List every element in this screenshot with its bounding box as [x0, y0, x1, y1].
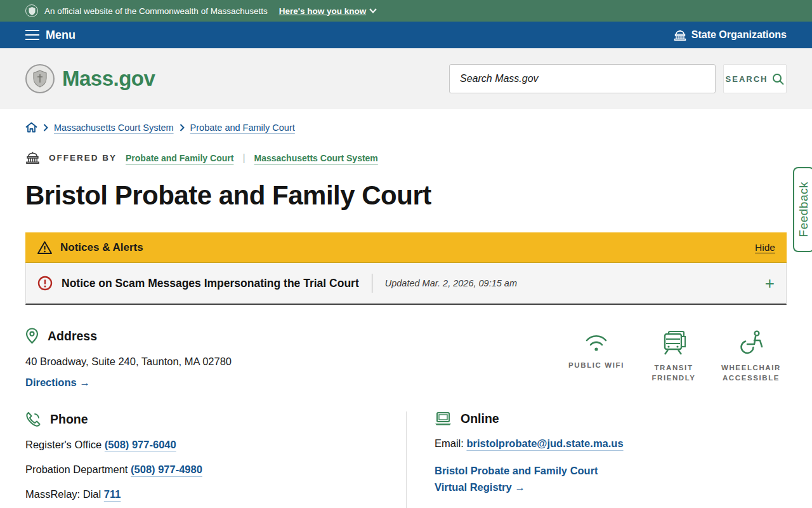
address-block: Address 40 Broadway, Suite 240, Taunton,…	[25, 328, 232, 389]
amenity-public-wifi: PUBLIC WIFI	[561, 330, 632, 389]
phone-row-label: MassRelay: Dial	[25, 488, 101, 500]
feedback-tab[interactable]: Feedback	[793, 167, 812, 252]
search-button[interactable]: SEARCH	[723, 64, 787, 93]
alert-circle-icon	[37, 276, 53, 291]
laptop-icon	[435, 411, 452, 426]
alert-notice-updated: Updated Mar. 2, 2026, 09:15 am	[385, 278, 517, 288]
breadcrumb-home-link[interactable]	[25, 122, 37, 133]
alerts-header: Notices & Alerts Hide	[25, 232, 787, 263]
amenity-label: WHEELCHAIR ACCESSIBLE	[716, 363, 787, 383]
breadcrumb-link-court-system[interactable]: Massachusetts Court System	[54, 123, 174, 133]
menu-button[interactable]: Menu	[25, 29, 75, 42]
phone-link-massrelay[interactable]: 711	[104, 488, 121, 500]
wifi-icon	[582, 330, 611, 353]
massgov-logo-text: Mass.gov	[62, 67, 155, 91]
amenities: PUBLIC WIFI TRANSIT FRIENDLY WHEELCHAIR …	[561, 328, 787, 389]
email-row: Email: bristolprobate@jud.state.ma.us	[435, 438, 787, 450]
page-title: Bristol Probate and Family Court	[25, 180, 787, 211]
phone-icon	[25, 411, 41, 427]
search-input[interactable]	[449, 64, 716, 93]
state-seal-icon	[25, 4, 38, 17]
amenity-label: PUBLIC WIFI	[568, 361, 624, 371]
amenity-transit-friendly: TRANSIT FRIENDLY	[638, 330, 709, 389]
virtual-registry-line1: Bristol Probate and Family Court	[435, 462, 787, 479]
online-heading: Online	[461, 411, 499, 426]
hamburger-icon	[25, 30, 39, 40]
phone-row-label: Register's Office	[25, 439, 102, 450]
address-text: 40 Broadway, Suite 240, Taunton, MA 0278…	[25, 356, 232, 368]
state-organizations-label: State Organizations	[691, 29, 787, 41]
phone-row-label: Probation Department	[25, 464, 128, 475]
transit-icon	[660, 330, 688, 356]
phone-row: Register's Office (508) 977-6040	[25, 439, 406, 451]
phone-row: Probation Department (508) 977-4980	[25, 464, 406, 476]
virtual-registry-line2: Virtual Registry →	[435, 479, 787, 495]
phone-row: MassRelay: Dial 711	[25, 488, 406, 500]
site-header: Mass.gov SEARCH	[0, 48, 812, 109]
directions-link[interactable]: Directions →	[25, 377, 90, 388]
offered-by-label: OFFERED BY	[49, 153, 117, 163]
breadcrumb: Massachusetts Court System Probate and F…	[25, 109, 787, 133]
alert-notice-row: Notice on Scam Messages Impersonating th…	[25, 263, 787, 305]
menu-label: Menu	[46, 29, 75, 42]
map-pin-icon	[25, 328, 39, 344]
alert-expand-button[interactable]: +	[765, 275, 775, 291]
online-block: Online Email: bristolprobate@jud.state.m…	[406, 411, 787, 508]
official-banner-text: An official website of the Commonwealth …	[44, 6, 268, 16]
virtual-registry-link[interactable]: Bristol Probate and Family Court Virtual…	[435, 462, 787, 496]
massgov-seal-icon	[25, 64, 55, 93]
divider	[372, 274, 372, 293]
divider: |	[242, 152, 245, 164]
alerts-hide-link[interactable]: Hide	[755, 242, 775, 253]
offered-by-link-court-system[interactable]: Massachusetts Court System	[254, 153, 378, 163]
location-section: Address 40 Broadway, Suite 240, Taunton,…	[25, 328, 787, 389]
heres-how-you-know-label: Here's how you know	[279, 6, 367, 16]
phone-block: Phone Register's Office (508) 977-6040 P…	[25, 411, 406, 508]
address-heading: Address	[48, 329, 97, 344]
capitol-icon	[674, 30, 686, 41]
wheelchair-icon	[738, 330, 764, 356]
chevron-right-icon	[180, 124, 185, 131]
amenity-label: TRANSIT FRIENDLY	[638, 363, 709, 383]
phone-link-registers-office[interactable]: (508) 977-6040	[105, 439, 176, 450]
alerts-title: Notices & Alerts	[60, 241, 143, 254]
phone-link-probation-department[interactable]: (508) 977-4980	[131, 464, 202, 475]
chevron-right-icon	[43, 124, 48, 131]
page-content: Massachusetts Court System Probate and F…	[25, 109, 787, 508]
main-menubar: Menu State Organizations	[0, 22, 812, 48]
search-button-label: SEARCH	[726, 74, 768, 84]
alert-notice-title: Notice on Scam Messages Impersonating th…	[62, 277, 359, 290]
email-link[interactable]: bristolprobate@jud.state.ma.us	[466, 438, 623, 449]
massgov-logo[interactable]: Mass.gov	[25, 64, 155, 93]
offered-by-link-probate-family[interactable]: Probate and Family Court	[126, 153, 233, 163]
amenity-wheelchair-accessible: WHEELCHAIR ACCESSIBLE	[716, 330, 787, 389]
feedback-label: Feedback	[797, 182, 811, 237]
contact-section: Phone Register's Office (508) 977-6040 P…	[25, 411, 787, 508]
state-organizations-button[interactable]: State Organizations	[674, 29, 787, 41]
heres-how-you-know-button[interactable]: Here's how you know	[279, 6, 377, 16]
official-banner: An official website of the Commonwealth …	[0, 0, 812, 22]
email-label: Email:	[435, 438, 464, 449]
capitol-icon	[25, 152, 40, 164]
site-search: SEARCH	[449, 64, 787, 93]
alerts-panel: Notices & Alerts Hide Notice on Scam Mes…	[25, 232, 787, 305]
search-icon	[772, 73, 784, 85]
breadcrumb-link-probate-family[interactable]: Probate and Family Court	[190, 123, 295, 133]
offered-by: OFFERED BY Probate and Family Court | Ma…	[25, 152, 787, 164]
chevron-down-icon	[369, 8, 377, 13]
phone-heading: Phone	[50, 412, 88, 427]
home-icon	[25, 122, 37, 133]
warning-triangle-icon	[37, 241, 53, 255]
